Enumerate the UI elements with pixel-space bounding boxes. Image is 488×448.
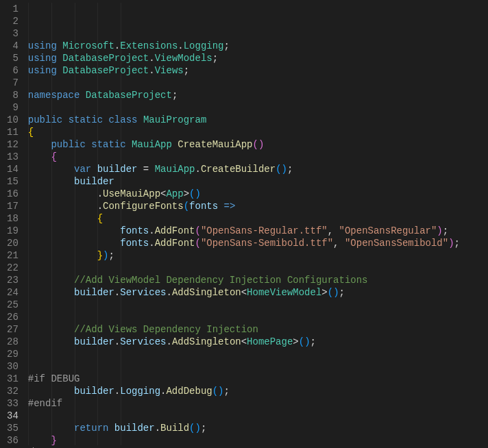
token-punc <box>28 188 97 199</box>
code-line[interactable]: #if DEBUG <box>28 373 488 385</box>
token-brP: () <box>253 139 265 150</box>
code-line[interactable]: { <box>28 212 488 225</box>
code-line[interactable]: var builder = MauiApp.CreateBuilder(); <box>28 163 488 175</box>
line-number: 1 <box>7 3 19 15</box>
token-var: fonts <box>120 238 149 249</box>
token-punc <box>28 287 74 298</box>
code-line[interactable] <box>28 410 488 422</box>
line-number: 36 <box>7 434 19 447</box>
code-line[interactable] <box>28 348 488 360</box>
code-line[interactable] <box>28 77 488 89</box>
token-kw: return <box>74 423 108 434</box>
code-line[interactable]: #endif <box>28 397 488 410</box>
code-line[interactable]: //Add ViewModel Dependency Injection Con… <box>28 274 488 286</box>
line-number: 34 <box>7 410 19 422</box>
code-line[interactable]: .ConfigureFonts(fonts => <box>28 200 488 212</box>
token-var: builder <box>97 164 138 175</box>
line-number: 18 <box>7 212 19 225</box>
code-line[interactable]: //Add Views Dependency Injection <box>28 323 488 336</box>
token-str: "OpenSans-Semibold.ttf" <box>201 238 333 249</box>
token-kw: using <box>28 53 57 64</box>
code-line[interactable]: fonts.AddFont("OpenSans-Regular.ttf", "O… <box>28 225 488 237</box>
token-punc <box>28 423 74 434</box>
token-punc <box>28 225 120 236</box>
token-fn: Build <box>160 423 189 434</box>
code-line[interactable] <box>28 262 488 274</box>
token-brB: ( <box>184 201 189 212</box>
token-punc <box>28 238 120 249</box>
token-punc: ; <box>184 65 189 76</box>
token-punc: . <box>149 65 154 76</box>
token-var: builder <box>114 423 155 434</box>
token-punc <box>218 201 223 212</box>
line-number: 4 <box>7 40 19 52</box>
line-number: 14 <box>7 163 19 175</box>
code-line[interactable]: using DatabaseProject.Views; <box>28 64 488 77</box>
line-number: 24 <box>7 286 19 299</box>
code-line[interactable]: builder.Services.AddSingleton<HomePage>(… <box>28 336 488 348</box>
token-punc: > <box>184 188 189 199</box>
code-line[interactable]: .UseMauiApp<App>() <box>28 188 488 200</box>
code-line[interactable]: }); <box>28 249 488 262</box>
token-punc <box>57 53 62 64</box>
token-punc: ; <box>443 225 448 236</box>
code-line[interactable]: return builder.Build(); <box>28 422 488 434</box>
token-punc <box>28 139 51 150</box>
token-kw: static <box>69 114 103 125</box>
token-punc: . <box>166 287 171 298</box>
token-ns: HomeViewModel <box>247 287 321 298</box>
token-brB: () <box>276 164 287 175</box>
token-punc: . <box>149 225 154 236</box>
token-ns: MauiApp <box>132 139 172 150</box>
token-ns: MauiProgram <box>143 114 206 125</box>
code-line[interactable]: { <box>28 126 488 138</box>
token-punc <box>28 336 74 347</box>
token-punc: < <box>241 287 247 298</box>
code-line[interactable] <box>28 311 488 323</box>
line-number: 13 <box>7 151 19 163</box>
line-number: 3 <box>7 27 19 40</box>
token-ns: Views <box>155 65 184 76</box>
token-brP: ) <box>448 238 454 249</box>
token-punc <box>28 435 51 446</box>
token-punc: . <box>149 238 154 249</box>
token-brP: ) <box>437 225 442 236</box>
code-line[interactable]: public static MauiApp CreateMauiApp() <box>28 138 488 151</box>
code-line[interactable]: public static class MauiProgram <box>28 114 488 126</box>
token-kw: namespace <box>28 90 80 101</box>
line-number: 26 <box>7 311 19 323</box>
token-pp: #endif <box>28 398 62 409</box>
token-fn: AddFont <box>155 225 195 236</box>
token-punc: . <box>178 40 183 51</box>
token-brY: } <box>97 250 103 261</box>
token-punc <box>28 275 74 286</box>
token-kw: public <box>51 139 85 150</box>
line-number: 5 <box>7 52 19 64</box>
token-var: Services <box>120 287 166 298</box>
code-line[interactable]: using Microsoft.Extensions.Logging; <box>28 40 488 52</box>
code-line[interactable]: } <box>28 434 488 447</box>
code-line[interactable] <box>28 101 488 114</box>
code-line[interactable]: builder.Logging.AddDebug(); <box>28 385 488 397</box>
token-punc <box>126 139 132 150</box>
token-brB: () <box>189 423 201 434</box>
code-area[interactable]: using Microsoft.Extensions.Logging;using… <box>28 0 488 448</box>
token-punc: ; <box>108 250 114 261</box>
token-brP: } <box>51 435 56 446</box>
token-punc: ; <box>310 336 316 347</box>
code-line[interactable]: builder <box>28 175 488 188</box>
code-line[interactable]: builder.Services.AddSingleton<HomeViewMo… <box>28 286 488 299</box>
code-line[interactable]: namespace DatabaseProject; <box>28 89 488 101</box>
code-line[interactable]: { <box>28 151 488 163</box>
token-brY: { <box>97 213 103 224</box>
code-editor[interactable]: 1234567891011121314151617181920212223242… <box>0 0 488 448</box>
token-punc: . <box>114 287 120 298</box>
token-punc <box>28 250 97 261</box>
code-line[interactable] <box>28 299 488 311</box>
code-line[interactable]: using DatabaseProject.ViewModels; <box>28 52 488 64</box>
token-punc <box>62 114 68 125</box>
token-pp: DEBUG <box>51 373 80 384</box>
line-number: 9 <box>7 101 19 114</box>
code-line[interactable] <box>28 360 488 373</box>
code-line[interactable]: fonts.AddFont("OpenSans-Semibold.ttf", "… <box>28 237 488 249</box>
